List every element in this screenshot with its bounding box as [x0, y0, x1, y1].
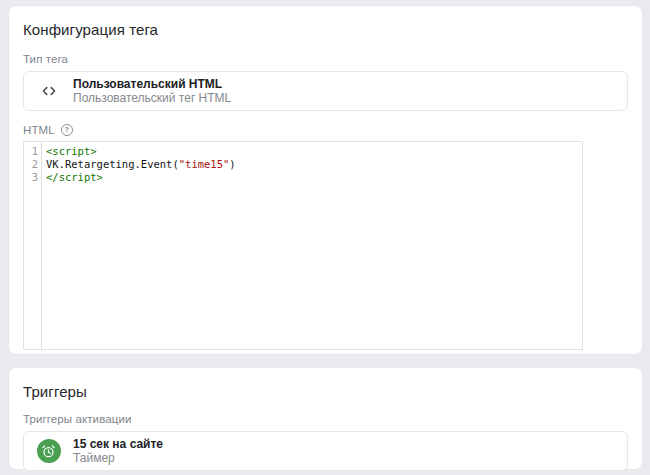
triggers-card: Триггеры Триггеры активации 15 сек на са…: [8, 367, 643, 470]
tag-type-card[interactable]: Пользовательский HTML Пользовательский т…: [23, 71, 628, 111]
trigger-type: Таймер: [73, 451, 163, 465]
firing-triggers-label: Триггеры активации: [23, 413, 628, 425]
html-field-label: HTML: [23, 124, 55, 136]
trigger-name: 15 сек на сайте: [73, 437, 163, 451]
tag-configuration-card: Конфигурация тега Тип тега Пользовательс…: [8, 5, 643, 355]
code-icon: [24, 82, 73, 100]
html-code-editor[interactable]: 1 2 3 <script> VK.Retargeting.Event("tim…: [23, 141, 583, 350]
tag-type-label: Тип тега: [23, 53, 628, 65]
help-icon[interactable]: ?: [61, 124, 73, 136]
tag-type-description: Пользовательский тег HTML: [73, 91, 231, 105]
timer-icon-circle: [37, 439, 61, 463]
tag-type-name: Пользовательский HTML: [73, 77, 231, 91]
line-number: 2: [24, 158, 38, 171]
code-line: <script>: [46, 145, 236, 158]
triggers-title: Триггеры: [23, 383, 628, 400]
timer-icon: [41, 444, 56, 459]
code-line: </script>: [46, 171, 236, 184]
line-number: 1: [24, 145, 38, 158]
code-line: VK.Retargeting.Event("time15"): [46, 158, 236, 171]
page: { "colors": { "page_background": "#e9ebe…: [0, 0, 650, 475]
tag-configuration-title: Конфигурация тега: [23, 21, 628, 38]
line-number: 3: [24, 171, 38, 184]
code-gutter: 1 2 3: [24, 142, 42, 349]
trigger-card[interactable]: 15 сек на сайте Таймер: [23, 431, 628, 471]
